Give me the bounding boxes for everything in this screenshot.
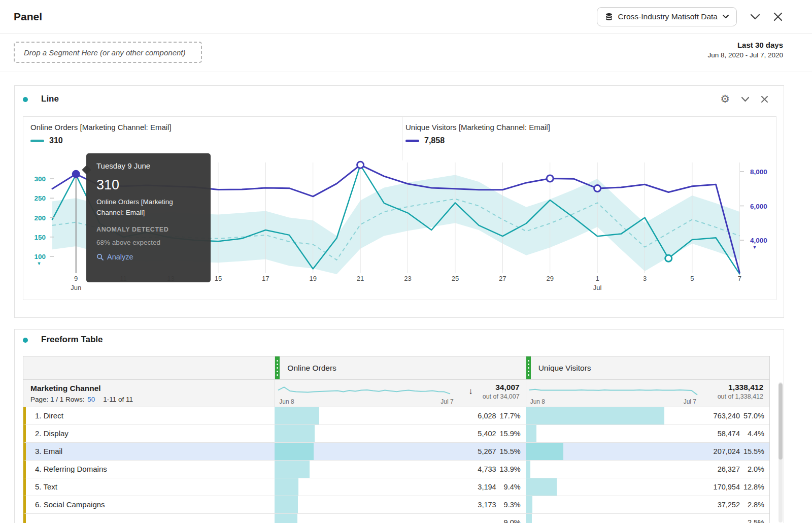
database-icon xyxy=(605,13,613,21)
svg-text:15: 15 xyxy=(215,275,222,282)
svg-text:6,000: 6,000 xyxy=(750,203,767,210)
svg-text:▼: ▼ xyxy=(753,245,757,250)
visualization-dot-icon xyxy=(23,338,28,343)
panel-header-bar: Panel Cross-Industry Matisoft Data xyxy=(0,0,812,34)
row-label[interactable]: 6. Social Campaigns xyxy=(26,496,275,513)
row-label[interactable] xyxy=(26,514,275,523)
freeform-table-title: Freeform Table xyxy=(41,335,103,345)
row-label[interactable]: 3. Email xyxy=(26,443,275,460)
row-label[interactable]: 5. Text xyxy=(26,478,275,496)
online-orders-percent: 13.9% xyxy=(496,465,526,473)
online-orders-value: 5,402 xyxy=(478,430,496,438)
drag-handle-icon[interactable] xyxy=(275,356,280,379)
sort-descending-icon[interactable]: ↓ xyxy=(468,386,473,397)
online-orders-percent: 9.3% xyxy=(496,501,526,509)
online-orders-percent: 9.0% xyxy=(496,518,526,523)
page-title: Panel xyxy=(14,0,42,34)
analyze-link[interactable]: Analyze xyxy=(96,253,200,261)
unique-visitors-bar xyxy=(526,496,532,513)
close-visualization-icon[interactable] xyxy=(761,95,768,103)
online-orders-cell: 9.0% xyxy=(275,514,525,523)
unique-visitors-percent: 2.5% xyxy=(740,518,769,523)
line-panel-title: Line xyxy=(41,94,59,104)
row-label[interactable]: 1. Direct xyxy=(26,407,275,424)
legend-unique-visitors[interactable]: Unique Visitors [Marketing Channel: Emai… xyxy=(405,123,550,145)
segment-drop-zone-label: Drop a Segment Here (or any other compon… xyxy=(24,48,186,57)
svg-text:Jul: Jul xyxy=(593,284,602,291)
online-orders-value: 3,194 xyxy=(478,483,496,491)
online-orders-value: 3,173 xyxy=(478,501,496,509)
rows-per-page-link[interactable]: 50 xyxy=(87,396,95,403)
online-orders-cell: 4,733 13.9% xyxy=(275,461,525,478)
column-header-unique-visitors[interactable]: Unique Visitors xyxy=(526,356,769,379)
total-value: 1,338,412 xyxy=(718,383,763,392)
unique-visitors-bar xyxy=(526,478,557,496)
segment-drop-zone[interactable]: Drop a Segment Here (or any other compon… xyxy=(14,42,202,63)
unique-visitors-percent: 2.8% xyxy=(740,501,769,509)
rows-label: Rows: xyxy=(65,396,85,403)
unique-visitors-summary-cell: Jun 8 Jul 7 1,338,412 out of 1,338,412 xyxy=(526,380,769,407)
date-range-selector[interactable]: Last 30 days Jun 8, 2020 - Jul 7, 2020 xyxy=(707,41,783,59)
legend-online-orders-title: Online Orders [Marketing Channel: Email] xyxy=(30,123,172,132)
legend-online-orders[interactable]: Online Orders [Marketing Channel: Email]… xyxy=(30,123,172,145)
unique-visitors-cell: 170,954 12.8% xyxy=(526,478,769,496)
drag-handle-icon[interactable] xyxy=(526,356,531,379)
dataset-selector-button[interactable]: Cross-Industry Matisoft Data xyxy=(597,7,737,26)
svg-text:250: 250 xyxy=(34,194,46,202)
table-row-selected[interactable]: 3. Email 5,267 15.5% 207,024 15.5% xyxy=(23,443,769,461)
unique-visitors-value: 26,327 xyxy=(718,465,740,473)
unique-visitors-percent: 12.8% xyxy=(740,483,769,491)
unique-visitors-percent: 15.5% xyxy=(740,447,769,455)
online-orders-value: 6,028 xyxy=(478,412,496,420)
totals-header-row: Marketing Channel Page: 1 / 1 Rows: 50 1… xyxy=(23,380,769,407)
close-panel-icon[interactable] xyxy=(773,12,783,21)
legend-unique-visitors-swatch xyxy=(405,140,419,142)
legend-online-orders-value: 310 xyxy=(49,136,63,145)
table-row[interactable]: 2. Display 5,402 15.9% 58,474 4.4% xyxy=(23,425,769,443)
table-row[interactable]: 1. Direct 6,028 17.7% 763,240 57.0% xyxy=(23,407,769,425)
svg-text:8,000: 8,000 xyxy=(750,168,767,176)
svg-text:Jun: Jun xyxy=(71,284,81,291)
online-orders-percent: 9.4% xyxy=(496,483,526,491)
table-scrollbar[interactable] xyxy=(779,382,783,522)
online-orders-cell: 5,402 15.9% xyxy=(275,425,525,442)
dataset-label: Cross-Industry Matisoft Data xyxy=(618,12,718,21)
column-label: Online Orders xyxy=(287,364,336,372)
collapse-panel-icon[interactable] xyxy=(750,14,760,20)
gear-icon[interactable]: ⚙ xyxy=(720,94,730,104)
table-row[interactable]: 4. Referring Domains 4,733 13.9% 26,327 … xyxy=(23,461,769,478)
svg-text:19: 19 xyxy=(309,275,316,282)
line-panel-controls: ⚙ xyxy=(720,94,768,104)
tooltip-anomaly-text: 68% above expected xyxy=(96,239,200,246)
analyze-link-label: Analyze xyxy=(107,253,133,261)
online-orders-bar xyxy=(275,443,314,460)
online-orders-sparkline xyxy=(277,383,452,398)
row-label[interactable]: 2. Display xyxy=(26,425,275,442)
unique-visitors-value: 58,474 xyxy=(718,430,740,438)
table-row[interactable]: 5. Text 3,194 9.4% 170,954 12.8% xyxy=(23,478,769,496)
freeform-table: Online Orders Unique Visitors Marketing … xyxy=(23,356,770,523)
table-scrollbar-thumb[interactable] xyxy=(779,383,783,460)
row-label[interactable]: 4. Referring Domains xyxy=(26,461,275,478)
sparkline-start-label: Jun 8 xyxy=(279,398,294,405)
svg-text:23: 23 xyxy=(404,275,411,282)
dimension-header[interactable]: Marketing Channel Page: 1 / 1 Rows: 50 1… xyxy=(23,380,275,407)
column-header-online-orders[interactable]: Online Orders xyxy=(275,356,525,379)
online-orders-bar xyxy=(275,461,310,478)
svg-text:150: 150 xyxy=(34,234,46,241)
table-row[interactable]: 9.0% 2.5% xyxy=(23,514,769,523)
unique-visitors-cell: 58,474 4.4% xyxy=(526,425,769,442)
sparkline-start-label: Jun 8 xyxy=(530,398,545,405)
unique-visitors-cell: 26,327 2.0% xyxy=(526,461,769,478)
svg-text:5: 5 xyxy=(690,275,694,282)
online-orders-percent: 15.9% xyxy=(496,430,526,438)
date-range-dates: Jun 8, 2020 - Jul 7, 2020 xyxy=(707,51,783,59)
collapse-visualization-icon[interactable] xyxy=(741,96,750,102)
svg-text:▼: ▼ xyxy=(37,261,42,266)
total-out-of: out of 1,338,412 xyxy=(718,393,763,400)
search-icon xyxy=(96,253,104,260)
unique-visitors-percent: 4.4% xyxy=(740,430,769,438)
table-row[interactable]: 6. Social Campaigns 3,173 9.3% 37,252 2.… xyxy=(23,496,769,514)
tooltip-date: Tuesday 9 June xyxy=(96,161,200,170)
analysis-workspace: Panel Cross-Industry Matisoft Data Drop … xyxy=(0,0,812,523)
